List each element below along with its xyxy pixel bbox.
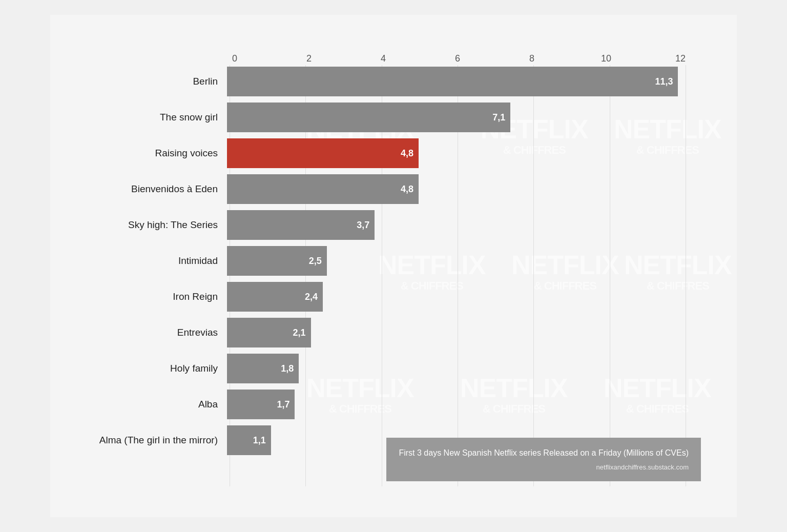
bar-value: 2,5	[309, 256, 322, 267]
bar-track: 7,1	[227, 99, 706, 135]
info-box: First 3 days New Spanish Netflix series …	[386, 438, 701, 481]
bar-row: Iron Reign2,4	[60, 279, 706, 315]
bar-value: 4,8	[401, 184, 413, 195]
bar: 1,8	[227, 354, 299, 383]
x-axis-label: 10	[601, 53, 611, 64]
x-axis: 024681012	[230, 53, 686, 64]
bar-track: 3,7	[227, 207, 706, 243]
bar: 4,8	[227, 138, 419, 168]
bar-track: 1,7	[227, 386, 706, 422]
bar-value: 1,8	[281, 363, 294, 374]
bar-label: Raising voices	[60, 148, 227, 159]
bar-label: Intimidad	[60, 255, 227, 267]
bar-value: 3,7	[357, 220, 369, 231]
bar: 7,1	[227, 103, 510, 132]
bar-row: Bienvenidos à Eden4,8	[60, 171, 706, 207]
bar-value: 7,1	[492, 112, 505, 123]
bar-track: 11,3	[227, 64, 706, 99]
bar: 1,7	[227, 390, 295, 419]
bar-row: Sky high: The Series3,7	[60, 207, 706, 243]
x-axis-label: 0	[230, 53, 240, 64]
bar-value: 1,7	[277, 399, 289, 410]
bar: 4,8	[227, 174, 419, 204]
bar-value: 2,4	[305, 292, 318, 302]
bar-value: 2,1	[293, 328, 306, 338]
bar-value: 4,8	[401, 148, 413, 159]
bar-label: Alba	[60, 399, 227, 410]
bar: 2,1	[227, 318, 311, 347]
bar-track: 2,5	[227, 243, 706, 279]
bar-track: 4,8	[227, 135, 706, 171]
bar-label: Holy family	[60, 363, 227, 374]
x-axis-label: 8	[527, 53, 537, 64]
bar-row: Entrevias2,1	[60, 315, 706, 351]
bar-row: Alba1,7	[60, 386, 706, 422]
bar-value: 11,3	[655, 76, 673, 87]
x-axis-label: 6	[452, 53, 463, 64]
chart-area: NETFLIX& CHIFFRES NETFLIX& CHIFFRES NETF…	[60, 35, 706, 497]
chart-container: NETFLIX& CHIFFRES NETFLIX& CHIFFRES NETF…	[50, 15, 737, 517]
bar-track: 1,8	[227, 351, 706, 386]
x-axis-label: 2	[304, 53, 314, 64]
bar-row: Berlin11,3	[60, 64, 706, 99]
bar-label: The snow girl	[60, 112, 227, 123]
bar-label: Alma (The girl in the mirror)	[60, 435, 227, 446]
bar-label: Berlin	[60, 76, 227, 87]
bar: 2,5	[227, 246, 327, 276]
bars-section: Berlin11,3The snow girl7,1Raising voices…	[60, 64, 706, 486]
info-title: First 3 days New Spanish Netflix series …	[399, 448, 689, 457]
bar-track: 4,8	[227, 171, 706, 207]
bar-row: Holy family1,8	[60, 351, 706, 386]
bar-label: Sky high: The Series	[60, 219, 227, 231]
bar: 11,3	[227, 67, 678, 96]
bar-row: Intimidad2,5	[60, 243, 706, 279]
bar-row: The snow girl7,1	[60, 99, 706, 135]
bar-track: 2,4	[227, 279, 706, 315]
x-axis-label: 4	[378, 53, 388, 64]
bar-row: Raising voices4,8	[60, 135, 706, 171]
bar-label: Entrevias	[60, 327, 227, 338]
bar-track: 2,1	[227, 315, 706, 351]
bar-value: 1,1	[253, 435, 266, 446]
bar: 2,4	[227, 282, 323, 312]
bar-label: Iron Reign	[60, 291, 227, 302]
bar: 1,1	[227, 425, 271, 455]
source-url: netflixandchiffres.substack.com	[399, 462, 689, 473]
bar-label: Bienvenidos à Eden	[60, 183, 227, 195]
x-axis-label: 12	[675, 53, 686, 64]
bar: 3,7	[227, 210, 375, 240]
